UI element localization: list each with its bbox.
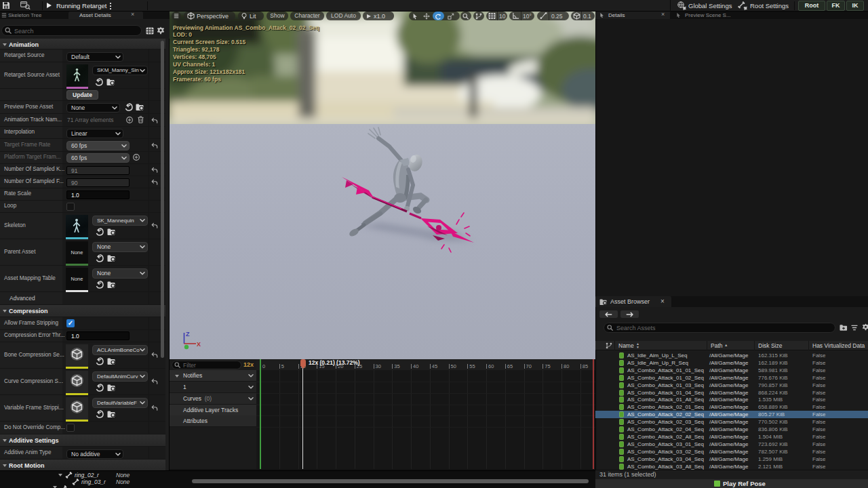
svg-text:Z: Z (186, 331, 190, 338)
svg-text:X: X (197, 341, 201, 348)
